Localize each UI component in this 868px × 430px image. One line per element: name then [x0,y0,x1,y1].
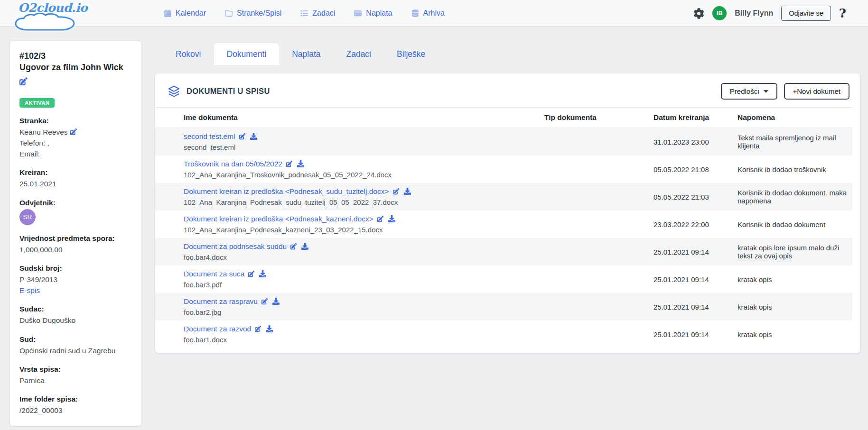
document-filename: foo.bar4.docx [184,253,540,262]
nav-label: Kalendar [176,9,206,18]
document-note: kratak opis lore ipsum malo duži tekst z… [737,238,852,265]
settings-gear-icon[interactable] [693,8,704,19]
tab-zadaci[interactable]: Zadaci [333,43,384,65]
lawyer-avatar[interactable]: SR [19,209,36,225]
document-type [544,183,653,210]
col-header-ime: Ime dokumenta [155,108,544,128]
document-link[interactable]: Document za suca [184,270,244,278]
novi-dokument-button[interactable]: +Novi dokumet [784,83,849,100]
field-label: Odvjetnik: [19,199,132,207]
edit-document-icon[interactable] [377,215,384,222]
document-filename: 102_Ana_Karanjina_Troskovnik_podnesak_05… [184,170,540,179]
nav-label: Stranke/Spisi [237,9,281,18]
document-link[interactable]: Document za razvod [184,325,251,333]
nav-item-kalendar[interactable]: Kalendar [164,9,206,18]
vrsta-value: Parnica [19,375,132,386]
document-filename: foo.bar2.jbg [184,308,540,317]
tab-biljeske[interactable]: Bilješke [384,43,438,65]
document-filename: 102_Ana_Karanjina_Podnesak_sudu_tuzitelj… [184,198,540,207]
download-document-icon[interactable] [266,325,273,332]
main-nav: Kalendar Stranke/Spisi Zadaci Naplata Ar… [164,9,445,18]
document-link[interactable]: Dokument kreiran iz predloška <Podnesak_… [184,215,373,223]
main-content: Rokovi Dokumenti Naplata Zadaci Bilješke… [155,43,860,353]
documents-table-wrap: Ime dokumenta Tip dokumenta Datum kreira… [155,107,860,348]
edit-document-icon[interactable] [239,133,246,140]
document-note: Korisnik ib dodao troškovnik [737,156,852,183]
document-link[interactable]: Document za podnsesak suddu [184,242,287,250]
chevron-down-icon [764,90,768,93]
edit-document-icon[interactable] [290,243,298,250]
edit-document-icon[interactable] [393,188,400,195]
edit-document-icon[interactable] [286,160,293,167]
document-link[interactable]: Troškovnik na dan 05/05/2022 [184,160,282,168]
tab-rokovi[interactable]: Rokovi [163,43,214,65]
case-field-odvjetnik: Odvjetnik: SR [19,199,132,225]
vrijednost-value: 1,000,000.00 [19,244,132,255]
case-field-kreiran: Kreiran: 25.01.2021 [19,168,132,189]
document-type [544,320,653,348]
download-document-icon[interactable] [259,270,266,277]
document-note: Korisnik ib dodao dokument. maka napomen… [737,183,852,210]
download-document-icon[interactable] [301,243,308,250]
download-document-icon[interactable] [250,133,257,140]
user-avatar[interactable]: IB [712,6,727,20]
layers-icon [168,85,180,98]
predlosci-label: Predlošci [730,87,759,95]
sudski-broj-value: P-349/2013 [19,274,132,285]
help-icon[interactable]: ? [839,7,846,19]
predlosci-button[interactable]: Predlošci [721,83,777,100]
document-note: kratak opis [737,265,852,293]
document-filename: foo.bar3.pdf [184,280,540,289]
folder-value: /2022_00003 [19,405,132,416]
download-document-icon[interactable] [272,298,280,305]
table-row: Document za raspravu foo.bar2.jbg 25.01.… [155,293,852,320]
status-badge: AKTIVAN [19,98,55,108]
sudac-value: Duško Dugouško [19,315,132,326]
case-field-folder: Ime folder spisa: /2022_00003 [19,395,132,416]
document-link[interactable]: Dokument kreiran iz predloška <Podnesak_… [184,187,389,195]
tab-naplata[interactable]: Naplata [279,43,333,65]
case-field-vrijednost: Vrijednost predmeta spora: 1,000,000.00 [19,234,132,255]
user-name: Billy Flynn [735,9,773,18]
document-link[interactable]: Document za raspravu [184,297,258,305]
document-type [544,128,653,156]
table-row: Troškovnik na dan 05/05/2022 102_Ana_Kar… [155,156,852,183]
database-icon [411,9,419,17]
panel-header: DOKUMENTI U SPISU Predlošci +Novi dokume… [155,73,860,107]
panel-title: DOKUMENTI U SPISU [187,87,270,96]
field-label: Sudac: [19,305,132,313]
stranka-name: Keanu Reeves [19,128,68,136]
nav-item-zadaci[interactable]: Zadaci [300,9,335,18]
nav-item-stranke-spisi[interactable]: Stranke/Spisi [225,9,281,18]
logo-text: O2cloud.io [14,1,85,15]
download-document-icon[interactable] [388,215,395,222]
cloud-logo-icon [12,13,79,32]
case-sidebar: #102/3 Ugovor za film John Wick AKTIVAN … [10,41,141,426]
case-field-vrsta-spisa: Vrsta spisa: Parnica [19,365,132,386]
col-header-tip: Tip dokumenta [544,108,653,128]
edit-document-icon[interactable] [255,325,262,332]
document-filename: 102_Ana_Karanjina_Podnesak_kazneni_23_03… [184,225,540,234]
download-document-icon[interactable] [404,188,411,195]
field-label: Stranka: [19,117,132,125]
nav-item-arhiva[interactable]: Arhiva [411,9,445,18]
app-logo[interactable]: O2cloud.io [14,1,85,31]
edit-document-icon[interactable] [248,270,255,277]
download-document-icon[interactable] [297,160,304,167]
tab-dokumenti[interactable]: Dokumenti [214,43,280,65]
document-filename: foo.bar1.docx [184,335,540,344]
espis-link[interactable]: E-spis [19,286,40,294]
nav-label: Arhiva [423,9,445,18]
nav-label: Naplata [366,9,392,18]
document-type [544,238,653,265]
edit-document-icon[interactable] [261,298,269,305]
edit-stranka-icon[interactable] [70,128,78,136]
case-title: Ugovor za film John Wick [19,62,132,73]
document-note: Korisnik ib dodao dokument [737,210,852,238]
nav-item-naplata[interactable]: Naplata [354,9,392,18]
logout-button[interactable]: Odjavite se [781,6,831,21]
document-link[interactable]: second test.eml [184,132,235,140]
document-date: 25.01.2021 09:14 [653,265,737,293]
stranka-email: Email: [19,148,132,159]
edit-case-icon[interactable] [19,77,28,86]
